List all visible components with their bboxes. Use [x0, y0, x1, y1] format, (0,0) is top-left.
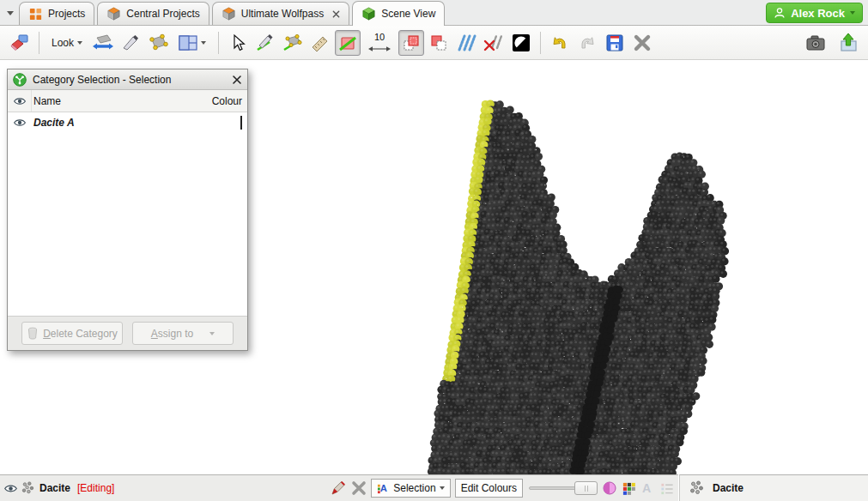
tab-close-button[interactable] — [332, 10, 340, 18]
edit-colours-label: Edit Colours — [461, 482, 517, 494]
plane-line-icon — [282, 33, 303, 52]
polyline-select-button[interactable] — [280, 30, 306, 56]
upload-image-button[interactable] — [835, 30, 861, 56]
add-selection-icon — [402, 33, 421, 52]
tab-bar: Projects Central Projects Ultimate Wolfp… — [0, 0, 868, 26]
edit-colours-button[interactable]: Edit Colours — [455, 479, 523, 498]
category-list-empty-area — [8, 132, 247, 316]
select-similar-button[interactable] — [453, 30, 479, 56]
add-to-selection-button[interactable] — [398, 30, 424, 56]
editing-badge: [Editing] — [77, 482, 114, 494]
category-selection-icon — [13, 73, 27, 87]
export-image-icon — [838, 33, 859, 53]
tab-label: Projects — [48, 8, 85, 20]
tab-overflow-button[interactable] — [2, 3, 19, 22]
close-icon — [332, 10, 340, 18]
project-cube-icon — [222, 7, 236, 21]
slicer-tool-button[interactable] — [118, 30, 143, 56]
camera-icon — [805, 34, 826, 51]
legend-colours-icon[interactable] — [622, 481, 636, 496]
dialog-footer: Delete Category Assign to — [8, 316, 247, 350]
scene-list-item-label[interactable]: Dacite — [713, 482, 744, 494]
category-colour-swatch[interactable] — [240, 116, 242, 130]
scene-list-panel: Dacite — [679, 474, 868, 501]
toolbar-separator — [39, 32, 39, 54]
tab-ultimate-wolfpass[interactable]: Ultimate Wolfpass — [212, 2, 349, 25]
moving-plane-button[interactable] — [145, 30, 171, 56]
svg-text:A: A — [642, 481, 651, 495]
deselect-button[interactable] — [481, 30, 507, 56]
invert-selection-button[interactable] — [508, 30, 534, 56]
projects-grid-icon — [28, 7, 43, 21]
hatched-lines-icon — [456, 33, 476, 52]
select-tool-button[interactable] — [225, 30, 251, 56]
knife-icon — [121, 33, 140, 52]
remove-from-selection-button[interactable] — [426, 30, 452, 56]
selection-width-value: 10 — [374, 33, 385, 42]
edit-selection-pen-icon[interactable] — [330, 480, 347, 497]
knife-line-icon — [256, 33, 275, 52]
row-visibility-toggle[interactable] — [8, 118, 32, 128]
screenshot-button[interactable] — [803, 30, 829, 56]
redo-icon — [578, 33, 597, 52]
colouring-a-icon: A — [377, 482, 390, 495]
chevron-down-icon — [201, 41, 206, 45]
colouring-dropdown-label: Selection — [393, 482, 435, 494]
category-colour-cell — [206, 117, 247, 129]
split-view-button[interactable] — [173, 30, 212, 56]
svg-text:A: A — [380, 483, 387, 493]
tab-scene-view[interactable]: Scene View — [352, 1, 445, 26]
look-dropdown-button[interactable]: Look — [46, 30, 88, 56]
scene-toolbar: Look — [0, 26, 868, 60]
delete-category-label: Delete Category — [43, 328, 118, 340]
tab-label: Scene View — [381, 8, 435, 20]
toolbar-separator — [540, 32, 541, 54]
user-name: Alex Rock — [791, 7, 845, 20]
chevron-down-icon — [209, 332, 215, 335]
assign-to-label: Assign to — [151, 328, 193, 340]
selection-width-control[interactable]: 10 — [362, 30, 397, 56]
eye-icon[interactable] — [3, 483, 18, 494]
tab-label: Central Projects — [126, 8, 199, 20]
slice-line-select-button[interactable] — [252, 30, 278, 56]
remove-object-x-icon[interactable] — [351, 480, 367, 496]
undo-button[interactable] — [547, 30, 573, 56]
text-labels-icon: A — [640, 481, 655, 496]
user-account-button[interactable]: Alex Rock — [766, 3, 863, 23]
visibility-column-header[interactable] — [8, 90, 32, 112]
clear-scene-button[interactable] — [7, 30, 33, 56]
eye-icon — [13, 96, 27, 106]
category-selection-dialog: Category Selection - Selection Name Colo… — [7, 69, 248, 351]
scene-cube-icon — [361, 7, 376, 21]
eye-icon — [13, 118, 27, 128]
paint-select-button[interactable] — [335, 30, 361, 56]
dialog-title-bar[interactable]: Category Selection - Selection — [8, 69, 247, 90]
delete-category-button: Delete Category — [21, 322, 123, 345]
draw-slicer-button[interactable] — [90, 30, 116, 56]
move-plane-icon — [93, 33, 113, 52]
trash-icon — [27, 327, 39, 340]
slider-handle[interactable] — [574, 481, 598, 495]
point-size-slider[interactable] — [527, 480, 598, 497]
paint-select-icon — [338, 33, 357, 52]
toolbar-separator — [218, 32, 219, 54]
cancel-edit-button[interactable] — [629, 30, 655, 56]
points-object-icon — [21, 481, 35, 495]
undo-icon — [550, 33, 569, 52]
save-button[interactable] — [602, 30, 628, 56]
shape-properties-bar: Dacite [Editing] A Selection Edit Colour… — [0, 474, 678, 501]
chevron-down-icon — [7, 11, 14, 15]
category-row-dacite-a[interactable]: Dacite A — [8, 112, 247, 132]
dialog-close-icon[interactable] — [232, 75, 242, 85]
tab-central-projects[interactable]: Central Projects — [97, 2, 209, 25]
tab-projects[interactable]: Projects — [19, 2, 94, 25]
name-column-header: Name — [32, 95, 206, 107]
measure-tool-button[interactable] — [307, 30, 333, 56]
chevron-down-icon — [440, 486, 445, 490]
point-shape-icon[interactable] — [602, 480, 617, 496]
redo-button — [574, 30, 600, 56]
colouring-dropdown-button[interactable]: A Selection — [371, 479, 450, 498]
invert-selection-icon — [512, 33, 531, 52]
dialog-title: Category Selection - Selection — [33, 74, 226, 86]
chevron-down-icon — [77, 41, 82, 45]
